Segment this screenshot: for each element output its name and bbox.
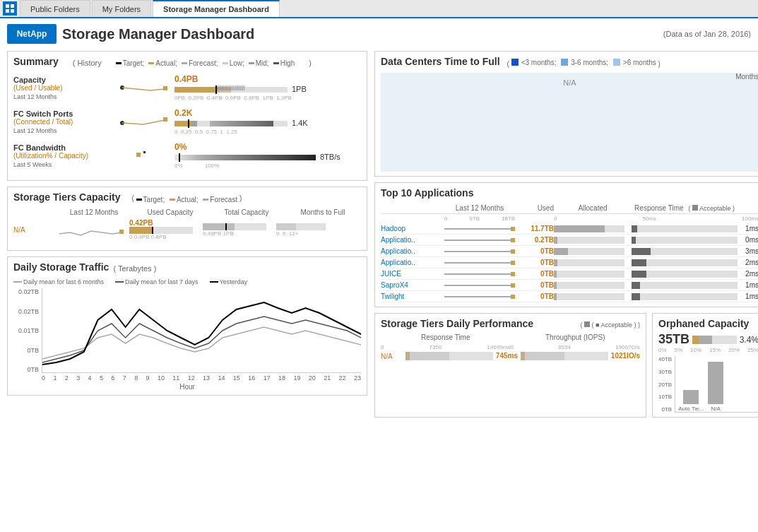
dc-header: Data Centers Time to Full ( <3 months; 3… (381, 56, 758, 70)
traffic-subtitle: ( Terabytes ) (113, 264, 156, 273)
svg-rect-12 (136, 153, 141, 157)
perf-throughput-bar (521, 352, 608, 360)
storage-perf-section: Storage Tiers Daily Performance ( ( ■ Ac… (374, 313, 646, 418)
summary-legend: Target; Actual; Forecast; Low; Mid; High (116, 59, 295, 67)
fc-switch-label-area: FC Switch Ports (Connected / Total) Last… (13, 110, 112, 134)
fc-bandwidth-period: Last 5 Weeks (13, 161, 112, 168)
app-row-saprox: SaproX4 0TB (381, 280, 758, 291)
capacity-bar-section: 0.4PB ||||||||||||||||||| 1PB 0PB (174, 74, 307, 101)
orphaned-chart-area: 40TB 30TB 20TB 10TB 0TB Auto Tie... (658, 356, 758, 413)
perf-bars: 745ms 1021IO/s (405, 352, 640, 360)
orphaned-y-axis: 40TB 30TB 20TB 10TB 0TB (658, 356, 672, 413)
svg-rect-1 (11, 4, 14, 8)
svg-rect-14 (119, 230, 124, 234)
fc-switch-value: 0.2K (174, 108, 308, 118)
perf-throughput-val: 1021IO/s (611, 352, 640, 360)
bottom-right: Storage Tiers Daily Performance ( ( ■ Ac… (374, 313, 758, 418)
perf-response-bar (405, 352, 493, 360)
tiers-header: Storage Tiers Capacity ( Target; Actual;… (13, 191, 361, 206)
tiers-section: Storage Tiers Capacity ( Target; Actual;… (7, 187, 367, 251)
svg-line-6 (150, 89, 165, 90)
traffic-chart-svg (42, 288, 361, 373)
app-row-juice: JUICE 0TB (381, 268, 758, 280)
app-icon (3, 1, 17, 16)
fc-bandwidth-sparkline (115, 144, 172, 167)
svg-rect-13 (143, 151, 146, 153)
y-axis: 0.02TB 0.02TB 0.01TB 0TB 0TB (13, 288, 40, 373)
fc-switch-sparkline (115, 110, 172, 133)
tab-storage-manager[interactable]: Storage Manager Dashboard (153, 0, 280, 17)
capacity-value: 0.4PB (174, 74, 307, 84)
fc-bandwidth-label-area: FC Bandwidth (Utilization% / Capacity) L… (13, 143, 112, 168)
fc-switch-period: Last 12 Months (13, 127, 112, 134)
tiers-legend: ( Target; Actual; Forecast ) (131, 194, 242, 203)
perf-response-val: 745ms (496, 352, 518, 360)
tab-my-folders[interactable]: My Folders (92, 0, 151, 17)
perf-scale-labels: 0 7350 14699ms 0 9534 19067O/s (381, 344, 640, 350)
perf-na-row: N/A 745ms (381, 352, 640, 360)
app-row-twilight: Twilight 0TB (381, 291, 758, 302)
capacity-bar: ||||||||||||||||||| (174, 84, 288, 94)
dc-chart-area: N/A Months (381, 73, 758, 172)
page-title: Storage Manager Dashboard (62, 26, 254, 42)
fc-bandwidth-row: FC Bandwidth (Utilization% / Capacity) L… (13, 142, 361, 169)
perf-col-headers: Response Time Throughput (IOPS) (381, 333, 640, 341)
data-date: (Data as of Jan 28, 2016) (663, 30, 751, 38)
tier-sparkline (56, 220, 126, 240)
svg-rect-3 (11, 9, 14, 13)
tier-row-na: N/A 0.42PB (13, 219, 361, 240)
fc-bandwidth-sublabel: (Utilization% / Capacity) (13, 152, 112, 160)
orphaned-value-row: 35TB 3.4% (658, 332, 758, 347)
x-axis: 01234567891011121314151617181920212223 (42, 374, 361, 382)
orphaned-bar-auto: Auto Tie... (678, 390, 704, 412)
tiers-title: Storage Tiers Capacity (13, 191, 120, 203)
dashboard-header: NetApp Storage Manager Dashboard (Data a… (7, 24, 751, 44)
capacity-label: Capacity (13, 76, 112, 84)
svg-rect-0 (6, 4, 9, 8)
capacity-period: Last 12 Months (13, 93, 112, 100)
orphaned-pct: 3.4% (740, 335, 758, 345)
x-axis-title: Hour (13, 383, 361, 391)
fc-bandwidth-label: FC Bandwidth (13, 143, 112, 152)
capacity-max: 1PB (292, 85, 307, 93)
orphaned-bar-display (692, 336, 737, 344)
fc-switch-label: FC Switch Ports (13, 110, 112, 118)
main-content: NetApp Storage Manager Dashboard (Data a… (0, 18, 758, 423)
right-column: Data Centers Time to Full ( <3 months; 3… (374, 51, 758, 418)
capacity-row: Capacity (Used / Usable) Last 12 Months … (13, 74, 361, 101)
left-column: Summary ( History Target; Actual; Foreca… (7, 51, 367, 418)
orphaned-value: 35TB (658, 332, 689, 347)
traffic-chart-wrapper: 0.02TB 0.02TB 0.01TB 0TB 0TB (13, 288, 361, 391)
perf-header: Storage Tiers Daily Performance ( ( ■ Ac… (381, 318, 640, 332)
perf-title: Storage Tiers Daily Performance (381, 318, 533, 329)
dc-legend: ( <3 months; 3-6 months; >6 months ) (507, 59, 661, 68)
summary-title: Summary (13, 56, 59, 67)
acceptable-label: ( ( ■ Acceptable ) ) (581, 321, 640, 329)
tiers-col-headers: Last 12 Months Used Capacity Total Capac… (13, 208, 361, 216)
netapp-logo: NetApp (7, 24, 57, 44)
apps-section: Top 10 Applications Last 12 Months Used … (374, 182, 758, 307)
two-col-layout: Summary ( History Target; Actual; Foreca… (7, 51, 751, 418)
fc-bandwidth-max: 8TB/s (320, 153, 340, 161)
fc-bandwidth-bar-section: 0% 8TB/s 0% 100% (174, 142, 340, 169)
history-label: ( History (73, 59, 102, 67)
traffic-legend: Daily mean for last 6 months Daily mean … (13, 278, 361, 285)
dc-na-label: N/A (563, 78, 576, 87)
fc-switch-row: FC Switch Ports (Connected / Total) Last… (13, 108, 361, 135)
tab-public-folders[interactable]: Public Folders (20, 0, 90, 17)
tab-bar: Public Folders My Folders Storage Manage… (0, 0, 758, 18)
fc-switch-max: 1.4K (292, 119, 308, 127)
svg-line-5 (122, 88, 150, 90)
capacity-sublabel: (Used / Usable) (13, 84, 112, 92)
summary-section: Summary ( History Target; Actual; Foreca… (7, 51, 367, 181)
apps-col-headers: Last 12 Months Used Allocated Response T… (381, 204, 758, 214)
app-row-2: Applicatio.. 0TB (381, 246, 758, 257)
fc-bandwidth-value: 0% (174, 142, 340, 152)
fc-bandwidth-bar (174, 152, 316, 162)
capacity-sparkline (115, 76, 172, 99)
capacity-label-area: Capacity (Used / Usable) Last 12 Months (13, 76, 112, 100)
orphaned-bars: Auto Tie... N/A (675, 356, 758, 413)
orphaned-title: Orphaned Capacity (658, 318, 749, 329)
traffic-header: Daily Storage Traffic ( Terabytes ) (13, 261, 361, 276)
months-label: Months (735, 73, 758, 81)
